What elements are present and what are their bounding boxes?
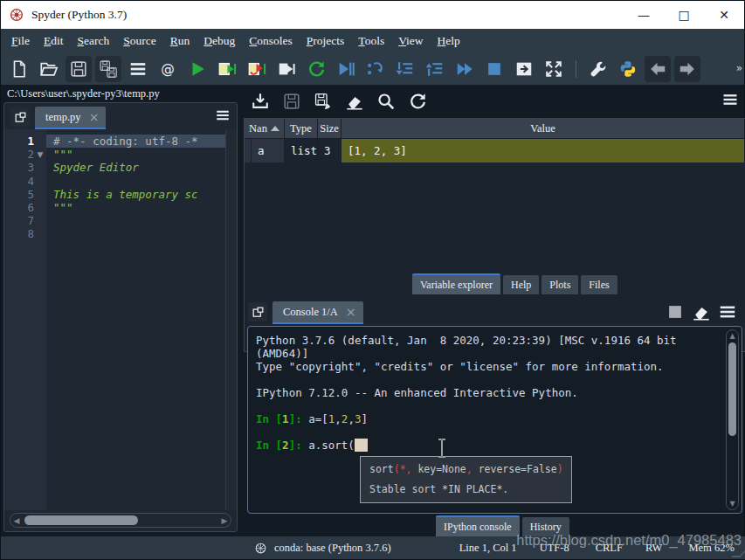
menu-debug[interactable]: Debug xyxy=(197,31,242,51)
editor-options-menu-button[interactable] xyxy=(215,107,231,123)
editor-horizontal-scrollbar[interactable]: ◀ ▶ xyxy=(10,513,231,528)
forward-button[interactable] xyxy=(674,56,700,82)
cell-name[interactable]: a xyxy=(252,139,285,162)
scroll-up-icon[interactable]: ▲ xyxy=(727,332,738,340)
back-button[interactable] xyxy=(645,56,671,82)
scroll-left-icon[interactable]: ◀ xyxy=(10,516,23,525)
code-line-6[interactable]: """ xyxy=(46,201,225,214)
debug-continue-button[interactable] xyxy=(452,56,478,82)
interrupt-kernel-button[interactable] xyxy=(664,301,686,322)
scroll-right-icon[interactable]: ▶ xyxy=(218,516,231,525)
tab-close-icon[interactable]: × xyxy=(89,110,100,124)
console-tab[interactable]: Console 1/A × xyxy=(272,301,363,324)
run-file-button[interactable] xyxy=(184,56,210,82)
console-output[interactable]: Python 3.7.6 (default, Jan 8 2020, 20:23… xyxy=(256,334,721,452)
run-cell-button[interactable] xyxy=(214,56,240,82)
run-cell-advance-button[interactable] xyxy=(244,56,270,82)
step-over-button[interactable] xyxy=(362,56,389,82)
run-cell-icon xyxy=(217,59,237,79)
tab-close-icon[interactable]: × xyxy=(346,305,356,319)
save-data-button[interactable] xyxy=(279,88,305,114)
tab-variable-explorer[interactable]: Variable explorer xyxy=(412,273,500,294)
column-header-size[interactable]: Size xyxy=(318,119,341,138)
scrollbar-thumb[interactable] xyxy=(24,515,138,525)
console-options-menu-button[interactable] xyxy=(716,301,739,322)
debug-file-button[interactable] xyxy=(333,56,359,82)
file-switcher-button[interactable] xyxy=(125,56,151,82)
rerun-file-button[interactable] xyxy=(303,56,329,82)
variable-explorer-options-menu-button[interactable] xyxy=(721,91,739,108)
code-line-7[interactable] xyxy=(46,214,225,227)
editor-tab-temp-py[interactable]: temp.py × xyxy=(35,107,106,129)
menu-search[interactable]: Search xyxy=(71,31,117,51)
scrollbar-track[interactable] xyxy=(23,514,218,527)
console-vertical-scrollbar[interactable]: ▲ ▼ xyxy=(726,329,739,510)
maximize-pane-button[interactable] xyxy=(511,56,537,82)
code-line-5[interactable]: This is a temporary sc xyxy=(46,188,225,201)
tab-history[interactable]: History xyxy=(522,517,569,536)
code-line-1[interactable]: # -*- coding: utf-8 -* xyxy=(46,135,225,148)
search-variable-button[interactable] xyxy=(373,88,399,114)
code-editor[interactable]: 12▼345678 # -*- coding: utf-8 -*"""Spyde… xyxy=(4,129,237,510)
cell-size[interactable]: 3 xyxy=(318,139,341,162)
code-line-4[interactable] xyxy=(46,175,225,188)
minimize-button[interactable]: — xyxy=(624,1,664,29)
symbol-finder-button[interactable]: @ xyxy=(155,56,181,82)
column-header-value[interactable]: Value xyxy=(341,119,745,138)
code-content[interactable]: # -*- coding: utf-8 -*"""Spyder Editor T… xyxy=(46,129,225,510)
code-line-8[interactable] xyxy=(46,227,225,240)
menu-help[interactable]: Help xyxy=(431,31,467,51)
menu-tools[interactable]: Tools xyxy=(351,31,391,51)
pythonpath-manager-button[interactable] xyxy=(615,56,641,82)
menu-consoles[interactable]: Consoles xyxy=(242,31,300,51)
console-browse-tabs-button[interactable] xyxy=(248,302,267,321)
menu-source[interactable]: Source xyxy=(116,31,163,51)
close-button[interactable]: ✕ xyxy=(704,1,744,29)
table-row[interactable]: alist3[1, 2, 3] xyxy=(245,139,745,162)
debug-stop-button[interactable] xyxy=(481,56,507,82)
new-file-icon xyxy=(10,59,29,79)
save-data-as-button[interactable] xyxy=(310,88,336,114)
clear-console-button[interactable] xyxy=(690,301,713,322)
menu-view[interactable]: View xyxy=(391,31,430,51)
save-all-button[interactable] xyxy=(95,56,121,82)
step-into-button[interactable] xyxy=(392,56,418,82)
menu-file[interactable]: File xyxy=(4,31,37,51)
toolbar-overflow-button[interactable]: » xyxy=(736,62,742,74)
code-line-2[interactable]: """ xyxy=(46,148,225,161)
save-button[interactable] xyxy=(66,56,92,82)
ipython-console[interactable]: Python 3.7.6 (default, Jan 8 2020, 20:23… xyxy=(247,326,742,514)
rerun-cell-button[interactable] xyxy=(273,56,300,82)
preferences-button[interactable] xyxy=(585,56,611,82)
step-return-icon xyxy=(425,59,445,79)
step-return-button[interactable] xyxy=(422,56,448,82)
cell-type[interactable]: list xyxy=(285,139,318,162)
cell-value[interactable]: [1, 2, 3] xyxy=(341,139,745,162)
menu-edit[interactable]: Edit xyxy=(37,31,71,51)
browse-tabs-button[interactable] xyxy=(10,107,30,127)
editor-vertical-scrollbar[interactable] xyxy=(225,129,237,510)
column-header-type[interactable]: Type xyxy=(285,119,318,138)
tab-plots[interactable]: Plots xyxy=(542,275,578,294)
import-data-button[interactable] xyxy=(247,88,273,114)
tab-help[interactable]: Help xyxy=(503,275,539,294)
tab-ipython-console[interactable]: IPython console xyxy=(436,515,520,536)
menu-projects[interactable]: Projects xyxy=(300,31,352,51)
maximize-button[interactable]: □ xyxy=(664,1,704,29)
console-line: In [2]: a.sort( xyxy=(256,439,721,452)
remove-variables-button[interactable] xyxy=(341,88,368,114)
column-header-nan[interactable]: Nan xyxy=(245,119,285,138)
search-variable-icon xyxy=(376,92,396,111)
new-file-button[interactable] xyxy=(6,56,32,82)
refresh-variables-button[interactable] xyxy=(404,88,431,114)
fullscreen-button[interactable] xyxy=(541,56,567,82)
scrollbar-thumb[interactable] xyxy=(728,342,736,436)
scroll-down-icon[interactable]: ▼ xyxy=(727,500,738,508)
row-header xyxy=(245,139,252,162)
open-file-button[interactable] xyxy=(36,56,62,82)
code-line-3[interactable]: Spyder Editor xyxy=(46,161,225,174)
tab-files[interactable]: Files xyxy=(581,275,617,294)
line-number: 5 xyxy=(4,188,46,201)
fold-arrow-icon[interactable]: ▼ xyxy=(34,150,46,159)
menu-run[interactable]: Run xyxy=(163,31,197,51)
